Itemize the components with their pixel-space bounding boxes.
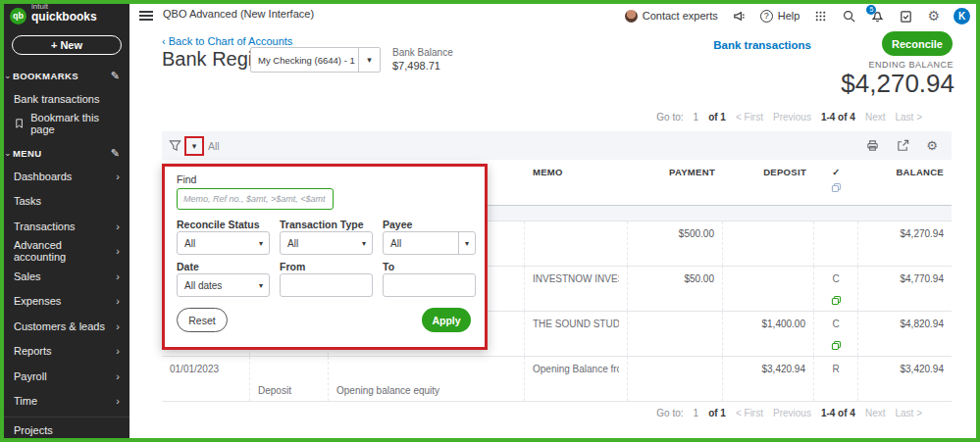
sidebar-item-projects[interactable]: Projects <box>4 417 129 438</box>
chevron-down-icon: ▾ <box>358 48 380 72</box>
clipboard-check-icon <box>899 9 913 24</box>
payee-select[interactable]: All ▾ <box>383 231 476 255</box>
last-page-button[interactable]: Last > <box>895 112 922 123</box>
sidebar-item-sales[interactable]: Sales› <box>4 264 129 289</box>
header-balance[interactable]: BALANCE <box>858 160 952 205</box>
copy-icon <box>830 181 843 194</box>
chevron-right-icon: › <box>116 270 120 282</box>
memo-cell: INVESTNOW INVESTME... <box>533 267 619 290</box>
first-page-button[interactable]: < First <box>736 408 763 418</box>
memo-cell: THE SOUND STUDIO IN... <box>533 312 619 335</box>
balance-cell: $4,770.94 <box>866 267 944 290</box>
search-button[interactable] <box>842 9 856 24</box>
help-button[interactable]: ? Help <box>760 10 800 23</box>
ending-balance-value: $4,270.94 <box>841 69 954 99</box>
chevron-right-icon: › <box>116 171 120 182</box>
announcements-button[interactable] <box>732 9 747 24</box>
page-number[interactable]: 1 <box>694 408 699 418</box>
export-icon[interactable] <box>896 138 910 153</box>
payment-cell <box>636 357 714 380</box>
sidebar: qb intuit quickbooks + New ⌄ BOOKMARKS ✎… <box>4 4 129 438</box>
bank-transactions-link[interactable]: Bank transactions <box>713 39 811 51</box>
previous-page-button[interactable]: Previous <box>773 408 811 418</box>
balance-cell: $4,820.94 <box>866 312 944 335</box>
apps-grid-button[interactable] <box>813 9 828 24</box>
deposit-cell: $3,420.94 <box>731 357 805 380</box>
notifications-button[interactable]: 5 <box>870 9 885 24</box>
next-page-button[interactable]: Next <box>865 408 886 418</box>
hamburger-menu-icon[interactable] <box>139 9 153 21</box>
back-to-chart-of-accounts-link[interactable]: ‹ Back to Chart of Accounts <box>162 35 292 47</box>
sidebar-item-dashboards[interactable]: Dashboards› <box>4 164 129 189</box>
settings-button[interactable]: ⚙ <box>927 9 940 23</box>
date-label: Date <box>177 261 199 272</box>
find-label: Find <box>177 173 196 185</box>
first-page-button[interactable]: < First <box>736 112 763 123</box>
edit-pencil-icon[interactable]: ✎ <box>111 70 120 82</box>
header-deposit[interactable]: DEPOSIT <box>723 160 814 205</box>
from-date-input[interactable] <box>280 273 373 297</box>
sidebar-item-tasks[interactable]: Tasks <box>4 189 129 215</box>
date-range-select[interactable]: All dates ▾ <box>177 273 270 297</box>
chevron-left-icon: ‹ <box>162 35 166 47</box>
new-button[interactable]: + New <box>12 35 122 55</box>
quickbooks-wordmark: quickbooks <box>31 11 97 23</box>
sidebar-item-bookmark-this-page[interactable]: Bookmark this page <box>4 112 129 137</box>
reconcile-status-cell: R <box>822 357 850 380</box>
previous-page-button[interactable]: Previous <box>773 112 811 123</box>
sidebar-item-time[interactable]: Time› <box>4 389 129 415</box>
memo-cell <box>533 221 619 245</box>
reconcile-status-select[interactable]: All ▾ <box>177 231 270 255</box>
bookmarks-section-header[interactable]: ⌄ BOOKMARKS ✎ <box>4 65 129 86</box>
qb-logo-icon: qb <box>10 8 26 25</box>
contact-experts-button[interactable]: Contact experts <box>625 10 718 23</box>
register-toolbar: ▾ All ⚙ <box>162 131 952 160</box>
page-number[interactable]: 1 <box>694 112 699 123</box>
sidebar-item-advanced-accounting[interactable]: Advanced accounting› <box>4 239 129 265</box>
edit-pencil-icon[interactable]: ✎ <box>111 147 120 160</box>
question-mark-icon: ? <box>760 10 773 23</box>
transaction-type-select[interactable]: All ▾ <box>280 231 373 255</box>
collapse-caret-icon: ⌄ <box>4 148 13 158</box>
collapse-caret-icon: ⌄ <box>4 71 13 80</box>
header-memo[interactable]: MEMO <box>525 160 628 205</box>
sidebar-item-expenses[interactable]: Expenses› <box>4 289 129 315</box>
reconcile-status-cell: C <box>822 312 850 335</box>
menu-section-header[interactable]: ⌄ MENU ✎ <box>4 142 129 164</box>
matched-copy-icon <box>830 294 843 307</box>
reconcile-status-cell <box>822 221 850 245</box>
last-page-button[interactable]: Last > <box>895 408 922 418</box>
header-reconcile-status[interactable]: ✓ <box>814 160 858 205</box>
sidebar-item-transactions[interactable]: Transactions› <box>4 214 129 239</box>
sidebar-item-bank-transactions[interactable]: Bank transactions <box>4 86 129 112</box>
print-icon[interactable] <box>865 138 880 153</box>
pagination-top: Go to: 1 of 1 < First Previous 1-4 of 4 … <box>656 112 922 123</box>
user-avatar[interactable]: K <box>954 8 970 25</box>
reset-button[interactable]: Reset <box>177 308 228 332</box>
chevron-right-icon: › <box>116 245 120 257</box>
filter-funnel-icon[interactable] <box>168 138 182 153</box>
table-settings-gear-icon[interactable]: ⚙ <box>926 139 938 152</box>
apply-button[interactable]: Apply <box>422 308 471 332</box>
pagination-bottom: Go to: 1 of 1 < First Previous 1-4 of 4 … <box>656 408 922 418</box>
company-title: QBO Advanced (New Interface) <box>163 8 314 20</box>
header-payment[interactable]: PAYMENT <box>628 160 723 205</box>
to-date-input[interactable] <box>383 273 476 297</box>
table-row[interactable]: 01/01/2023 Deposit Opening balance equit… <box>162 357 952 402</box>
sidebar-item-payroll[interactable]: Payroll› <box>4 364 129 389</box>
filter-dropdown-arrow[interactable]: ▾ <box>192 141 197 151</box>
chevron-right-icon: › <box>116 345 120 357</box>
deposit-cell <box>731 221 805 245</box>
deposit-cell <box>731 267 805 290</box>
sidebar-item-customers-leads[interactable]: Customers & leads› <box>4 314 129 339</box>
tasks-button[interactable] <box>899 9 913 24</box>
account-selector[interactable]: My Checking (6644) - 1 ▾ <box>250 47 381 73</box>
next-page-button[interactable]: Next <box>865 112 886 123</box>
filter-summary: All <box>208 140 220 152</box>
quickbooks-logo[interactable]: qb intuit quickbooks <box>4 4 129 29</box>
sidebar-item-reports[interactable]: Reports› <box>4 339 129 365</box>
reconcile-button[interactable]: Reconcile <box>882 31 953 56</box>
filter-panel: Find Reconcile Status Transaction Type P… <box>162 164 488 350</box>
chevron-right-icon: › <box>116 320 120 332</box>
find-input[interactable] <box>177 188 334 210</box>
